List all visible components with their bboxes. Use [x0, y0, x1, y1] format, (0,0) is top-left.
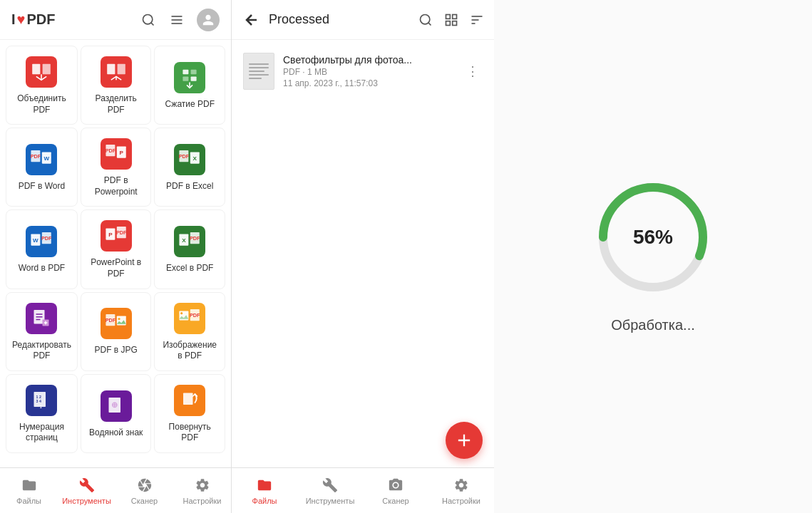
- logo-text: I: [11, 11, 16, 28]
- right-panel: 56% Обработка...: [494, 0, 812, 513]
- svg-text:1 2: 1 2: [36, 395, 41, 399]
- pdf-excel-label: PDF в Excel: [166, 181, 213, 192]
- compress-pdf-label: Сжатие PDF: [165, 99, 215, 110]
- middle-header: Processed: [232, 0, 494, 40]
- processing-status: Обработка...: [611, 317, 695, 333]
- file-menu-button[interactable]: ⋮: [463, 63, 483, 79]
- tool-split-pdf[interactable]: Разделить PDF: [81, 46, 152, 125]
- svg-rect-14: [191, 76, 197, 81]
- progress-percent: 56%: [633, 226, 673, 249]
- middle-search-icon[interactable]: [417, 11, 434, 28]
- img-pdf-label: Изображение в PDF: [160, 340, 219, 362]
- left-nav-settings-label: Настройки: [183, 497, 222, 505]
- edit-pdf-label: Редактировать PDF: [12, 340, 71, 362]
- svg-rect-9: [117, 64, 125, 74]
- excel-pdf-label: Excel в PDF: [166, 263, 213, 274]
- left-nav-tools-label: Инструменты: [62, 497, 111, 505]
- svg-point-52: [180, 312, 183, 314]
- svg-text:PDF: PDF: [116, 230, 127, 237]
- word-pdf-icon: W PDF: [26, 226, 57, 257]
- add-file-fab[interactable]: [446, 422, 483, 459]
- left-nav-tools[interactable]: Инструменты: [58, 468, 115, 513]
- tool-excel-pdf[interactable]: X PDF Excel в PDF: [154, 209, 225, 289]
- tool-edit-pdf[interactable]: Редактировать PDF: [6, 292, 78, 371]
- mid-nav-tools-label: Инструменты: [306, 497, 355, 505]
- svg-point-0: [143, 14, 153, 24]
- ppt-pdf-label: PowerPoint в PDF: [87, 257, 145, 279]
- pdf-word-icon: PDF W: [26, 144, 57, 175]
- excel-pdf-icon: X PDF: [174, 226, 205, 257]
- mid-wrench-icon: [322, 477, 339, 494]
- app-logo: I ♥ PDF: [11, 11, 55, 28]
- mid-nav-files-label: Файлы: [252, 497, 277, 505]
- svg-text:PDF: PDF: [41, 236, 52, 242]
- file-thumbnail: [243, 53, 274, 90]
- folder-icon: [21, 477, 38, 494]
- file-info: Светофильтры для фотоа... PDF · 1 MB 11 …: [283, 54, 454, 88]
- file-meta-date: 11 апр. 2023 г., 11:57:03: [283, 78, 454, 88]
- menu-icon[interactable]: [168, 11, 185, 28]
- left-header-icons: [140, 9, 220, 31]
- left-nav-scanner-label: Сканер: [131, 497, 158, 505]
- svg-rect-5: [33, 64, 41, 74]
- watermark-icon: ⊕: [101, 390, 132, 422]
- file-meta-type: PDF · 1 MB: [283, 67, 454, 77]
- tool-pdf-excel[interactable]: PDF X PDF в Excel: [154, 128, 225, 207]
- pdf-jpg-label: PDF в JPG: [94, 345, 137, 356]
- tool-pdf-word[interactable]: PDF W PDF в Word: [6, 128, 78, 207]
- tool-compress-pdf[interactable]: Сжатие PDF: [154, 46, 225, 125]
- left-nav-scanner[interactable]: Сканер: [115, 468, 173, 513]
- file-name: Светофильтры для фотоа...: [283, 54, 454, 66]
- mid-nav-settings-label: Настройки: [442, 497, 480, 505]
- left-nav-files[interactable]: Файлы: [0, 468, 58, 513]
- split-pdf-icon: [101, 56, 132, 88]
- middle-header-icons: [417, 11, 485, 28]
- split-pdf-label: Разделить PDF: [87, 93, 145, 115]
- tool-merge-pdf[interactable]: Объединить PDF: [6, 46, 78, 125]
- mid-nav-settings[interactable]: Настройки: [428, 468, 494, 513]
- pdf-ppt-icon: PDF P: [101, 138, 132, 170]
- tool-img-pdf[interactable]: PDF Изображение в PDF: [154, 292, 225, 371]
- svg-text:P: P: [108, 232, 113, 238]
- svg-text:X: X: [182, 237, 186, 244]
- left-nav-settings[interactable]: Настройки: [173, 468, 231, 513]
- word-pdf-label: Word в PDF: [19, 263, 66, 274]
- left-nav-files-label: Файлы: [16, 497, 41, 505]
- back-button[interactable]: [240, 9, 263, 31]
- mid-nav-files[interactable]: Файлы: [232, 468, 297, 513]
- tool-pdf-jpg[interactable]: PDF PDF в JPG: [81, 292, 152, 371]
- middle-grid-icon[interactable]: [443, 11, 460, 28]
- mid-gear-icon: [453, 477, 470, 494]
- svg-text:PDF: PDF: [105, 148, 115, 155]
- middle-panel: Processed: [232, 0, 494, 513]
- watermark-label: Водяной знак: [89, 428, 143, 439]
- svg-text:W: W: [44, 155, 50, 162]
- svg-rect-65: [453, 14, 457, 19]
- tools-grid: Объединить PDF Разделить PDF: [0, 40, 231, 467]
- tool-number-pages[interactable]: 1 2 3 4 1 Нумерация страниц: [6, 374, 78, 453]
- search-icon[interactable]: [140, 11, 157, 28]
- svg-text:PDF: PDF: [105, 318, 115, 324]
- mid-nav-tools[interactable]: Инструменты: [297, 468, 363, 513]
- tool-word-pdf[interactable]: W PDF Word в PDF: [6, 209, 78, 289]
- pdf-word-label: PDF в Word: [19, 181, 66, 192]
- tool-rotate-pdf[interactable]: Повернуть PDF: [154, 374, 225, 453]
- svg-text:PDF: PDF: [179, 153, 190, 160]
- svg-text:3 4: 3 4: [36, 399, 41, 403]
- mid-nav-scanner[interactable]: Сканер: [363, 468, 428, 513]
- avatar[interactable]: [197, 9, 220, 31]
- tool-pdf-ppt[interactable]: PDF P PDF в Powerpoint: [81, 128, 152, 207]
- middle-sort-icon[interactable]: [468, 11, 485, 28]
- svg-rect-64: [446, 14, 451, 19]
- logo-heart-icon: ♥: [17, 11, 26, 28]
- tool-watermark[interactable]: ⊕ Водяной знак: [81, 374, 152, 453]
- compress-pdf-icon: [174, 62, 205, 93]
- svg-text:W: W: [34, 237, 39, 244]
- svg-rect-6: [43, 64, 51, 74]
- file-item[interactable]: Светофильтры для фотоа... PDF · 1 MB 11 …: [232, 46, 494, 97]
- left-bottom-nav: Файлы Инструменты Сканер: [0, 467, 231, 513]
- mid-nav-scanner-label: Сканер: [382, 497, 408, 505]
- tool-ppt-pdf[interactable]: P PDF PowerPoint в PDF: [81, 209, 152, 289]
- svg-text:X: X: [193, 155, 197, 162]
- left-panel: I ♥ PDF: [0, 0, 232, 513]
